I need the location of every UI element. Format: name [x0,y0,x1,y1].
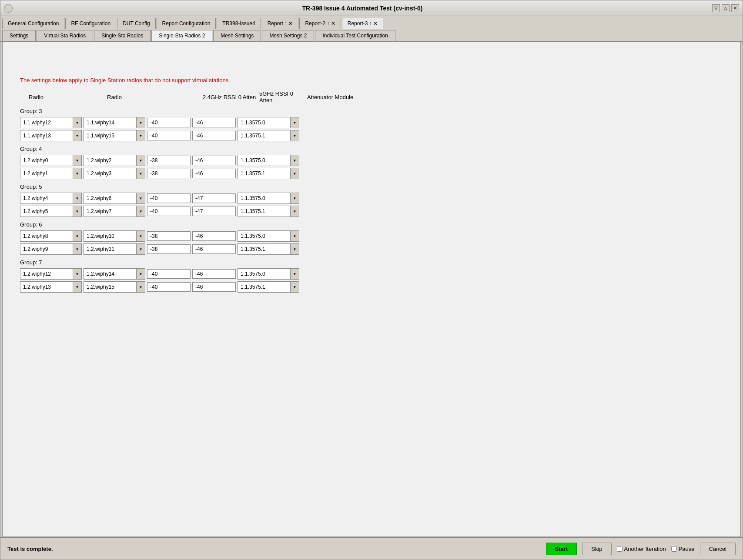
radio2-dropdown-btn-g4-r1[interactable]: ▼ [136,282,145,292]
tab-report-2[interactable]: Report-2 ↑ ✕ [299,18,341,29]
radio2-input-g3-r0[interactable] [84,232,136,240]
atten-dropdown-btn-g4-r1[interactable]: ▼ [290,282,299,292]
rssi5-input-g2-r0[interactable] [192,193,236,203]
sub-tab-virtual-sta-radios[interactable]: Virtual Sta Radios [37,30,93,41]
atten-input-g2-r1[interactable] [238,207,290,216]
rssi24-input-g0-r0[interactable] [147,118,191,127]
sub-tab-settings[interactable]: Settings [2,30,36,41]
atten-dropdown-btn-g1-r1[interactable]: ▼ [290,168,299,179]
atten-dropdown-btn-g4-r0[interactable]: ▼ [290,269,299,279]
radio1-input-g3-r0[interactable] [20,232,73,240]
atten-input-g0-r1[interactable] [238,131,290,140]
radio2-dropdown-btn-g2-r0[interactable]: ▼ [136,193,145,203]
radio2-input-g2-r1[interactable] [84,207,136,216]
rssi5-input-g2-r1[interactable] [192,207,236,216]
atten-dropdown-btn-g1-r0[interactable]: ▼ [290,155,299,166]
atten-dropdown-btn-g0-r1[interactable]: ▼ [290,130,299,141]
atten-input-g0-r0[interactable] [238,118,290,127]
tab-tr398-issue4[interactable]: TR398-Issue4 [217,18,261,29]
tab-general-configuration[interactable]: General Configuration [2,18,64,29]
radio1-input-g2-r1[interactable] [20,207,73,216]
radio1-input-g4-r1[interactable] [20,283,73,291]
radio1-dropdown-btn-g1-r1[interactable]: ▼ [73,168,81,179]
radio1-dropdown-btn-g3-r0[interactable]: ▼ [73,231,81,241]
radio2-dropdown-btn-g4-r0[interactable]: ▼ [136,269,145,279]
rssi24-input-g4-r0[interactable] [147,269,191,279]
tab-report-3[interactable]: Report-3 ↑ ✕ [342,18,383,29]
rssi24-input-g3-r1[interactable] [147,244,191,254]
atten-input-g4-r1[interactable] [238,283,290,291]
radio1-dropdown-btn-g0-r1[interactable]: ▼ [73,130,81,141]
maximize-button[interactable]: △ [722,4,730,12]
radio2-input-g2-r0[interactable] [84,194,136,203]
atten-dropdown-btn-g2-r0[interactable]: ▼ [290,193,299,203]
atten-input-g2-r0[interactable] [238,194,290,203]
radio1-dropdown-btn-g0-r0[interactable]: ▼ [73,117,81,128]
rssi5-input-g3-r0[interactable] [192,231,236,241]
rssi5-input-g4-r1[interactable] [192,282,236,292]
another-iteration-checkbox[interactable] [617,546,623,552]
atten-dropdown-btn-g3-r0[interactable]: ▼ [290,231,299,241]
minimize-button[interactable]: ▽ [712,4,720,12]
rssi5-input-g3-r1[interactable] [192,244,236,254]
radio2-input-g0-r1[interactable] [84,131,136,140]
radio2-dropdown-btn-g3-r1[interactable]: ▼ [136,244,145,254]
pause-checkbox[interactable] [671,546,677,552]
window-menu-icon[interactable] [4,4,13,13]
radio1-input-g1-r0[interactable] [20,156,73,165]
rssi24-input-g1-r1[interactable] [147,169,191,178]
close-button[interactable]: ✕ [731,4,739,12]
rssi5-input-g1-r0[interactable] [192,156,236,165]
radio2-dropdown-btn-g0-r0[interactable]: ▼ [136,117,145,128]
radio2-input-g4-r1[interactable] [84,283,136,291]
skip-button[interactable]: Skip [582,543,611,555]
sub-tab-mesh-settings[interactable]: Mesh Settings [213,30,261,41]
radio1-dropdown-btn-g4-r0[interactable]: ▼ [73,269,81,279]
radio1-dropdown-btn-g4-r1[interactable]: ▼ [73,282,81,292]
radio2-dropdown-btn-g3-r0[interactable]: ▼ [136,231,145,241]
radio1-input-g1-r1[interactable] [20,169,73,178]
tab-report-configuration[interactable]: Report Configuration [157,18,216,29]
radio1-dropdown-btn-g2-r1[interactable]: ▼ [73,206,81,217]
radio2-input-g0-r0[interactable] [84,118,136,127]
rssi5-input-g0-r0[interactable] [192,118,236,127]
sub-tab-mesh-settings-2[interactable]: Mesh Settings 2 [262,30,314,41]
radio2-input-g1-r0[interactable] [84,156,136,165]
tab-report[interactable]: Report ↑ ✕ [262,18,299,29]
radio1-input-g0-r0[interactable] [20,118,73,127]
radio2-dropdown-btn-g2-r1[interactable]: ▼ [136,206,145,217]
radio1-dropdown-btn-g3-r1[interactable]: ▼ [73,244,81,254]
cancel-button[interactable]: Cancel [700,543,736,555]
radio2-dropdown-btn-g1-r0[interactable]: ▼ [136,155,145,166]
atten-input-g1-r1[interactable] [238,169,290,178]
atten-input-g3-r0[interactable] [238,232,290,240]
start-button[interactable]: Start [546,543,577,555]
rssi24-input-g1-r0[interactable] [147,156,191,165]
rssi24-input-g0-r1[interactable] [147,131,191,140]
radio2-input-g1-r1[interactable] [84,169,136,178]
rssi24-input-g2-r0[interactable] [147,193,191,203]
sub-tab-single-sta-radios-2[interactable]: Single-Sta Radios 2 [151,30,212,41]
atten-input-g3-r1[interactable] [238,245,290,253]
radio1-input-g2-r0[interactable] [20,194,73,203]
tab-dut-config[interactable]: DUT Config [117,18,155,29]
atten-dropdown-btn-g0-r0[interactable]: ▼ [290,117,299,128]
radio1-input-g0-r1[interactable] [20,131,73,140]
radio1-input-g3-r1[interactable] [20,245,73,253]
radio1-input-g4-r0[interactable] [20,270,73,278]
rssi5-input-g0-r1[interactable] [192,131,236,140]
radio2-dropdown-btn-g1-r1[interactable]: ▼ [136,168,145,179]
radio2-input-g3-r1[interactable] [84,245,136,253]
atten-dropdown-btn-g3-r1[interactable]: ▼ [290,244,299,254]
radio1-dropdown-btn-g1-r0[interactable]: ▼ [73,155,81,166]
rssi5-input-g1-r1[interactable] [192,169,236,178]
tab-rf-configuration[interactable]: RF Configuration [65,18,116,29]
rssi5-input-g4-r0[interactable] [192,269,236,279]
rssi24-input-g2-r1[interactable] [147,207,191,216]
radio1-dropdown-btn-g2-r0[interactable]: ▼ [73,193,81,203]
atten-input-g1-r0[interactable] [238,156,290,165]
atten-dropdown-btn-g2-r1[interactable]: ▼ [290,206,299,217]
sub-tab-individual-test-config[interactable]: Individual Test Configuration [315,30,395,41]
sub-tab-single-sta-radios[interactable]: Single-Sta Radios [94,30,151,41]
atten-input-g4-r0[interactable] [238,270,290,278]
